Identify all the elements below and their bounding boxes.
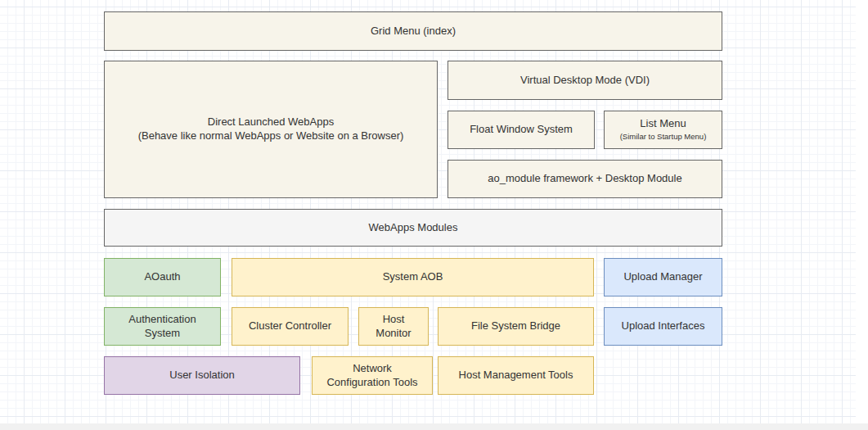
box-list-menu[interactable]: List Menu (Similar to Startup Menu) [604,111,722,149]
box-webapps-modules[interactable]: WebApps Modules [104,209,722,247]
box-aoauth-label: AOauth [144,270,180,284]
box-float-window-system-label: Float Window System [470,123,573,137]
box-host-monitor-label: Host Monitor [376,313,411,341]
box-upload-interfaces-label: Upload Interfaces [622,319,705,333]
box-network-configuration-tools[interactable]: Network Configuration Tools [312,356,433,395]
box-float-window-system[interactable]: Float Window System [447,111,595,149]
box-user-isolation-label: User Isolation [169,369,234,382]
box-grid-menu-label: Grid Menu (index) [371,25,456,38]
right-gutter [856,0,868,430]
box-virtual-desktop-mode-label: Virtual Desktop Mode (VDI) [520,74,650,88]
box-host-monitor[interactable]: Host Monitor [358,307,429,346]
box-file-system-bridge[interactable]: File System Bridge [438,307,594,346]
box-network-configuration-tools-label: Network Configuration Tools [326,362,417,390]
box-host-management-tools-label: Host Management Tools [459,369,573,382]
box-authentication-system-label: Authentication System [128,313,196,341]
box-list-menu-sublabel: (Similar to Startup Menu) [620,132,707,142]
box-upload-interfaces[interactable]: Upload Interfaces [604,307,722,346]
box-system-aob-label: System AOB [383,270,443,284]
box-direct-launched-webapps[interactable]: Direct Launched WebApps (Behave like nor… [104,61,438,198]
box-authentication-system[interactable]: Authentication System [104,307,221,346]
box-grid-menu[interactable]: Grid Menu (index) [104,11,722,51]
box-ao-module-framework[interactable]: ao_module framework + Desktop Module [447,160,722,198]
box-host-management-tools[interactable]: Host Management Tools [438,356,594,395]
box-system-aob[interactable]: System AOB [232,258,594,296]
box-direct-launched-webapps-label: Direct Launched WebApps (Behave like nor… [138,115,404,143]
box-list-menu-label: List Menu [640,117,686,131]
box-file-system-bridge-label: File System Bridge [471,319,560,333]
box-cluster-controller[interactable]: Cluster Controller [232,307,349,346]
box-ao-module-framework-label: ao_module framework + Desktop Module [488,172,681,186]
diagram-canvas[interactable]: Grid Menu (index) Direct Launched WebApp… [0,0,868,430]
box-aoauth[interactable]: AOauth [104,258,221,296]
box-cluster-controller-label: Cluster Controller [249,319,331,333]
box-upload-manager[interactable]: Upload Manager [604,258,722,296]
box-virtual-desktop-mode[interactable]: Virtual Desktop Mode (VDI) [447,61,722,100]
box-user-isolation[interactable]: User Isolation [104,356,300,395]
box-upload-manager-label: Upload Manager [623,270,702,284]
box-webapps-modules-label: WebApps Modules [369,221,458,235]
bottom-gutter [0,423,868,430]
